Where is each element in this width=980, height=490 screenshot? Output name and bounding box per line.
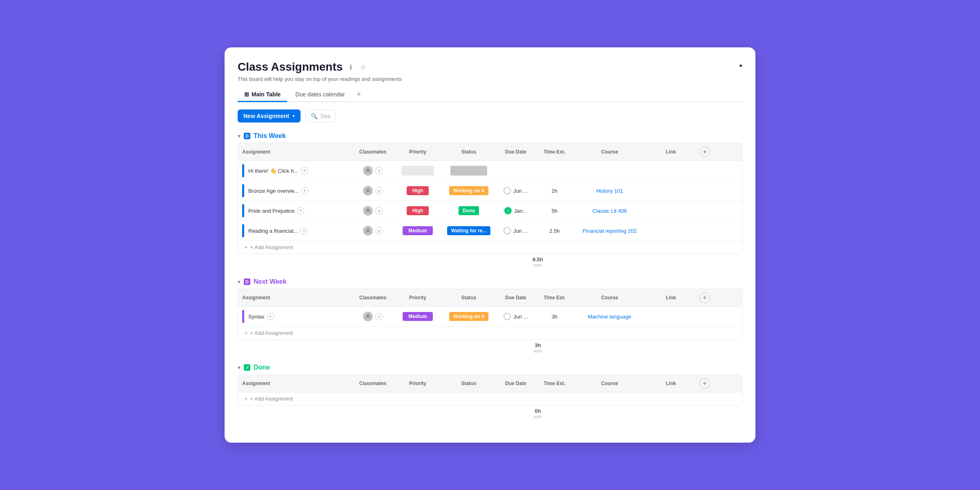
col-header-link: Link <box>646 377 695 390</box>
row-name-cell[interactable]: Hi there! 👋 Click h... + <box>238 161 352 180</box>
col-header-time-est.: Time Est. <box>536 146 573 158</box>
tab-add-button[interactable]: + <box>353 89 365 100</box>
collapse-icon[interactable]: ▾ <box>238 278 241 285</box>
add-col-icon[interactable]: + <box>699 292 710 303</box>
col-header-+: + <box>695 289 712 306</box>
add-classmate-icon[interactable]: + <box>375 207 383 214</box>
add-subitem-icon[interactable]: + <box>267 313 274 320</box>
row-course-cell[interactable]: Machine language <box>573 310 646 323</box>
add-assignment-row[interactable]: ++ Add Assignment <box>238 327 742 339</box>
row-priority-cell[interactable]: Medium <box>393 309 442 324</box>
col-header-status: Status <box>442 292 495 304</box>
add-classmate-icon[interactable]: + <box>375 227 383 234</box>
section-next-week: ▾ D Next Week AssignmentClassmatesPriori… <box>238 278 742 357</box>
col-header-classmates: Classmates <box>352 377 393 390</box>
row-name-cell[interactable]: Reading a financial... + <box>238 221 352 241</box>
add-subitem-icon[interactable]: + <box>301 187 309 194</box>
chevron-down-icon: ▾ <box>292 114 295 119</box>
status-badge: Done <box>459 206 479 215</box>
row-bar <box>242 184 244 197</box>
add-classmate-icon[interactable]: + <box>375 313 383 320</box>
row-name-cell[interactable]: Bronze Age overvie... + <box>238 181 352 200</box>
sum-value: 3h <box>519 342 556 348</box>
status-badge: Working on it <box>449 186 488 195</box>
add-col-icon[interactable]: + <box>699 147 710 157</box>
row-add-col-cell <box>695 207 712 214</box>
collapse-icon[interactable]: ▾ <box>238 133 241 139</box>
col-header-priority: Priority <box>393 292 442 304</box>
svg-point-3 <box>367 229 369 231</box>
row-status-cell[interactable]: Done <box>442 203 495 218</box>
row-due-date-cell[interactable]: ✓ Jan... <box>495 204 536 218</box>
row-priority-cell[interactable]: High <box>393 203 442 218</box>
add-classmate-icon[interactable]: + <box>375 187 383 194</box>
course-link[interactable]: Machine language <box>588 314 631 320</box>
row-bar <box>242 164 244 177</box>
row-classmates-cell: + <box>352 183 393 199</box>
col-header-link: Link <box>646 292 695 304</box>
search-box[interactable]: 🔍 Sea <box>305 110 336 122</box>
row-bar <box>242 224 244 237</box>
star-icon[interactable]: ☆ <box>359 63 367 71</box>
row-course-cell[interactable]: Classic Lit 406 <box>573 205 646 217</box>
sections-container: ▾ D This Week AssignmentClassmatesPriori… <box>238 132 742 423</box>
tab-main-table[interactable]: ⊞ Main Table <box>238 88 287 102</box>
row-classmates-cell: + <box>352 308 393 325</box>
table-row[interactable]: Pride and Prejudice + + HighDone ✓ Jan..… <box>238 201 742 221</box>
sum-value: 0h <box>519 408 556 414</box>
table-row[interactable]: Bronze Age overvie... + + HighWorking on… <box>238 181 742 201</box>
add-subitem-icon[interactable]: + <box>301 167 308 174</box>
row-time-est-cell: 2.5h <box>536 225 573 237</box>
info-icon[interactable]: ℹ <box>347 63 355 71</box>
svg-point-1 <box>367 189 369 191</box>
row-add-col-cell <box>695 313 712 320</box>
tab-due-dates-label: Due dates calendar <box>295 91 345 98</box>
priority-badge: Medium <box>403 312 432 321</box>
row-due-date-cell[interactable]: Jun ... <box>495 310 536 323</box>
row-course-cell[interactable] <box>573 167 646 174</box>
row-status-cell[interactable]: Waiting for re... <box>442 223 495 238</box>
new-assignment-button[interactable]: New Assignment ▾ <box>238 109 301 122</box>
add-assignment-row[interactable]: ++ Add Assignment <box>238 392 742 405</box>
row-due-date-cell[interactable] <box>495 167 536 174</box>
time-est-value: 2.5h <box>549 228 559 234</box>
board-title: Class Assignments <box>238 60 343 74</box>
row-priority-cell[interactable] <box>393 163 442 179</box>
col-header-course: Course <box>573 146 646 158</box>
table-row[interactable]: Syntax + + MediumWorking on it Jun ... 3… <box>238 307 742 327</box>
add-assignment-label: + Add Assignment <box>250 396 293 402</box>
row-time-est-cell: 3h <box>536 310 573 323</box>
main-container: • Class Assignments ℹ ☆ This board will … <box>225 47 755 443</box>
section-title-next-week: Next Week <box>254 278 287 285</box>
add-assignment-row[interactable]: ++ Add Assignment <box>238 241 742 254</box>
row-course-cell[interactable]: History 101 <box>573 185 646 197</box>
row-name-cell[interactable]: Pride and Prejudice + <box>238 201 352 220</box>
collapse-icon[interactable]: ▾ <box>238 364 241 371</box>
row-add-col-cell <box>695 187 712 194</box>
sum-cell: 0h sum <box>519 408 556 419</box>
table-header-this-week: AssignmentClassmatesPriorityStatusDue Da… <box>238 143 742 161</box>
add-subitem-icon[interactable]: + <box>300 227 307 234</box>
add-col-icon[interactable]: + <box>699 378 710 389</box>
course-link[interactable]: Financial reporting 202 <box>583 228 637 234</box>
row-course-cell[interactable]: Financial reporting 202 <box>573 225 646 237</box>
row-status-cell[interactable]: Working on it <box>442 183 495 198</box>
sum-cell: 3h sum <box>519 342 556 353</box>
time-est-value: 2h <box>552 188 557 194</box>
col-header-assignment: Assignment <box>238 292 352 304</box>
row-status-cell[interactable] <box>442 163 495 179</box>
tab-due-dates[interactable]: Due dates calendar <box>289 88 351 102</box>
row-due-date-cell[interactable]: Jun ... <box>495 184 536 198</box>
add-subitem-icon[interactable]: + <box>297 207 304 214</box>
table-row[interactable]: Reading a financial... + + MediumWaiting… <box>238 221 742 241</box>
add-classmate-icon[interactable]: + <box>375 167 383 174</box>
row-due-date-cell[interactable]: Jun ... <box>495 224 536 238</box>
course-link[interactable]: Classic Lit 406 <box>592 208 627 214</box>
row-priority-cell[interactable]: Medium <box>393 223 442 238</box>
course-link[interactable]: History 101 <box>596 188 623 194</box>
dots-menu[interactable]: • <box>739 60 742 71</box>
table-row[interactable]: Hi there! 👋 Click h... + + <box>238 161 742 181</box>
row-name-cell[interactable]: Syntax + <box>238 307 352 326</box>
row-priority-cell[interactable]: High <box>393 183 442 198</box>
row-status-cell[interactable]: Working on it <box>442 309 495 324</box>
